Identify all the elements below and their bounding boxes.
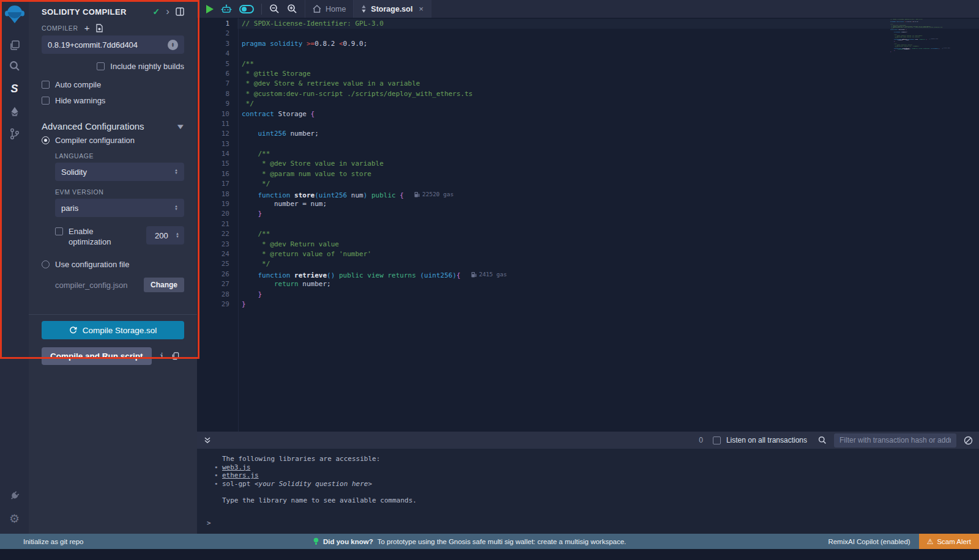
gas-estimate-badge: 22520 gas	[929, 39, 938, 40]
zoom-in-icon[interactable]	[287, 4, 297, 14]
scam-alert-button[interactable]: ⚠ Scam Alert	[919, 534, 979, 549]
code-line[interactable]: number = num;	[242, 199, 507, 209]
split-panel-icon[interactable]	[176, 7, 184, 16]
terminal-output[interactable]: The following libraries are accessible:•…	[197, 449, 979, 534]
add-compiler-icon[interactable]: +	[84, 24, 90, 32]
code-line[interactable]: * @dev Store & retrieve value in a varia…	[242, 79, 507, 89]
line-number: 9	[197, 99, 229, 109]
code-line[interactable]: }	[242, 300, 507, 309]
minimap-line: contract Storage {	[890, 29, 904, 31]
refresh-icon	[69, 326, 77, 334]
code-line[interactable]: contract Storage {	[242, 109, 507, 119]
code-line[interactable]: * @dev Store value in variable	[242, 159, 507, 169]
line-number: 22	[197, 229, 229, 239]
listen-transactions-checkbox[interactable]	[713, 437, 721, 444]
version-select-toggle[interactable]: ▲▼	[168, 40, 178, 50]
tab-storage-sol[interactable]: Storage.sol ×	[354, 0, 431, 18]
hide-warnings-checkbox[interactable]	[42, 97, 50, 105]
zoom-out-icon[interactable]	[269, 4, 280, 14]
change-config-button[interactable]: Change	[144, 278, 184, 292]
code-line[interactable]: // SPDX-License-Identifier: GPL-3.0	[242, 19, 507, 29]
enable-optimization-checkbox[interactable]	[55, 227, 63, 235]
code-line[interactable]: }	[242, 290, 507, 300]
line-number: 18	[197, 190, 229, 199]
language-value: Solidity	[61, 168, 174, 177]
auto-compile-checkbox[interactable]	[42, 81, 50, 89]
code-line[interactable]: * @dev Return value	[242, 240, 507, 249]
remixai-toggle[interactable]	[239, 5, 254, 13]
collapse-terminal-icon[interactable]	[204, 437, 211, 444]
line-number: 24	[197, 249, 229, 259]
code-line[interactable]	[242, 29, 507, 39]
code-line[interactable]: uint256 number;	[242, 129, 507, 139]
line-number: 5	[197, 59, 229, 69]
code-line[interactable]: * @title Storage	[242, 69, 507, 79]
terminal-prompt[interactable]: >	[206, 519, 979, 527]
bullet: •	[214, 463, 218, 472]
code-line[interactable]: function store(uint256 num) public {2252…	[242, 190, 507, 199]
advanced-configurations-header[interactable]: Advanced Configurations ▼	[42, 121, 184, 131]
minimap[interactable]: // SPDX-License-Identifier: GPL-3.0 prag…	[890, 19, 951, 432]
code-line[interactable]: function retrieve() public view returns …	[242, 270, 507, 279]
remix-logo[interactable]	[4, 4, 25, 24]
language-select[interactable]: Solidity ▲▼	[55, 163, 184, 181]
code-line[interactable]: * @return value of 'number'	[242, 249, 507, 259]
deploy-run-icon[interactable]	[8, 105, 21, 119]
code-line[interactable]: return number;	[242, 279, 507, 289]
evm-version-select[interactable]: paris ▲▼	[55, 199, 184, 217]
terminal-link[interactable]: ethers.js	[222, 471, 259, 479]
remixai-robot-icon[interactable]	[221, 4, 232, 14]
terminal-line: •ethers.js	[206, 471, 979, 480]
collapse-panel-chevron-icon[interactable]: ›	[166, 8, 169, 15]
code-line[interactable]: */	[242, 179, 507, 189]
clear-console-icon[interactable]	[964, 436, 973, 445]
play-icon[interactable]	[206, 5, 214, 13]
line-number: 4	[197, 49, 229, 59]
code-line[interactable]: */	[242, 99, 507, 109]
compile-button[interactable]: Compile Storage.sol	[42, 321, 184, 339]
copilot-status[interactable]: RemixAI Copilot (enabled)	[828, 538, 910, 545]
code-line[interactable]: pragma solidity >=0.8.2 <0.9.0;	[242, 39, 507, 49]
code-line[interactable]: */	[242, 259, 507, 269]
close-tab-icon[interactable]: ×	[419, 4, 423, 13]
copy-icon[interactable]	[172, 352, 179, 360]
code-line[interactable]: /**	[242, 59, 507, 69]
include-nightly-checkbox[interactable]	[97, 62, 105, 70]
solidity-compiler-icon[interactable]: S	[8, 82, 21, 95]
code-line[interactable]: }	[242, 209, 507, 219]
line-number: 25	[197, 259, 229, 269]
settings-gear-icon[interactable]: ⚙	[8, 512, 21, 525]
terminal-search-icon[interactable]	[818, 436, 827, 444]
config-filename: compiler_config.json	[55, 281, 144, 290]
optimization-runs-input-box: ▲▼	[146, 226, 184, 245]
git-init-status[interactable]: Initialize as git repo	[23, 538, 83, 545]
main-area: Home Storage.sol × 123456789101112131415…	[197, 0, 979, 534]
info-icon[interactable]: i	[160, 352, 165, 361]
open-compiler-file-icon[interactable]	[95, 24, 103, 32]
use-configuration-file-radio[interactable]	[42, 260, 50, 268]
tab-home-label: Home	[326, 5, 346, 13]
plugin-manager-icon[interactable]	[5, 485, 24, 504]
tab-home[interactable]: Home	[305, 0, 354, 18]
code-line[interactable]	[242, 49, 507, 59]
code-line[interactable]	[242, 219, 507, 229]
listen-transactions-label: Listen on all transactions	[726, 436, 807, 444]
file-explorer-icon[interactable]	[8, 39, 21, 52]
code-line[interactable]	[242, 139, 507, 149]
git-icon[interactable]	[8, 127, 21, 141]
compile-and-run-button[interactable]: Compile and Run script	[42, 347, 152, 365]
code-editor[interactable]: 1234567891011121314151617181920212223242…	[197, 18, 979, 432]
code-line[interactable]: * @custom:dev-run-script ./scripts/deplo…	[242, 89, 507, 99]
search-icon[interactable]	[8, 59, 21, 72]
terminal-link[interactable]: web3.js	[222, 463, 250, 471]
editor-toolbar: Home Storage.sol ×	[197, 0, 979, 18]
panel-title: SOLIDITY COMPILER	[42, 7, 147, 17]
code-line[interactable]: /**	[242, 149, 507, 159]
compiler-configuration-radio[interactable]	[42, 136, 50, 144]
transaction-filter-input[interactable]	[834, 433, 956, 448]
compiler-version-select[interactable]: 0.8.19+commit.7dd6d404 ▲▼	[42, 35, 184, 54]
optimization-runs-input[interactable]	[155, 231, 173, 240]
code-line[interactable]: * @param num value to store	[242, 169, 507, 179]
code-line[interactable]	[242, 119, 507, 129]
code-line[interactable]: /**	[242, 229, 507, 239]
